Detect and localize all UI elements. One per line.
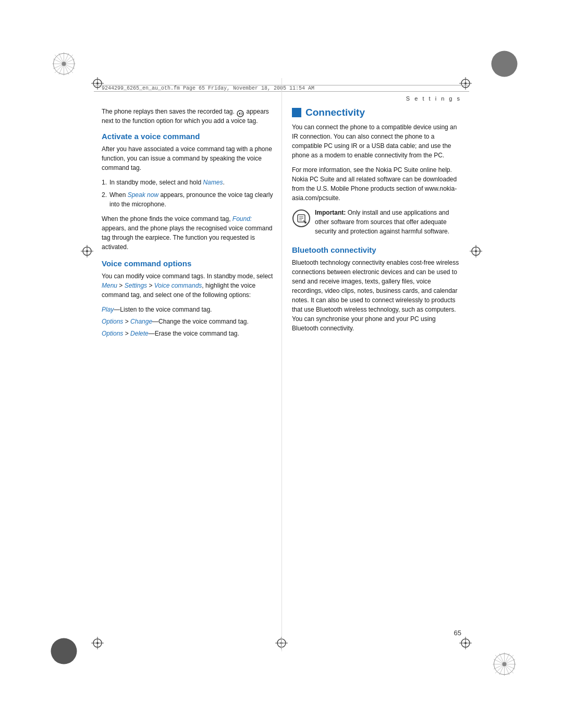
svg-point-56 <box>304 221 307 224</box>
svg-point-27 <box>51 638 77 664</box>
connectivity-title: Connectivity <box>305 107 365 118</box>
activate-heading: Activate a voice command <box>102 132 274 141</box>
bluetooth-body: Bluetooth technology connectivity enable… <box>292 258 461 333</box>
connectivity-heading-block: Connectivity <box>292 107 461 118</box>
file-info: 9244299_6265_en_au_oth.fm Page 65 Friday… <box>102 85 314 91</box>
options-list: Play—Listen to the voice command tag. Op… <box>102 305 274 338</box>
important-icon <box>292 209 311 228</box>
intro-paragraph: The phone replays then saves the recorde… <box>102 107 274 126</box>
vco-body: You can modify voice command tags. In st… <box>102 272 274 300</box>
blue-square <box>292 108 301 117</box>
option-play: Play—Listen to the voice command tag. <box>102 305 274 314</box>
bluetooth-heading: Bluetooth connectivity <box>292 245 461 254</box>
connectivity-body-1: You can connect the phone to a compatibl… <box>292 122 461 160</box>
step-1: 1. In standby mode, select and hold Name… <box>102 178 274 187</box>
found-text: When the phone finds the voice command t… <box>102 214 274 252</box>
option-change: Options > Change—Change the voice comman… <box>102 317 274 326</box>
activate-body: After you have associated a voice comman… <box>102 144 274 172</box>
important-text: Important: Only install and use applicat… <box>315 208 461 236</box>
page-number: 65 <box>454 629 461 637</box>
connectivity-body-2: For more information, see the Nokia PC S… <box>292 165 461 203</box>
section-label: S e t t i n g s <box>406 95 461 102</box>
steps-list: 1. In standby mode, select and hold Name… <box>102 178 274 209</box>
important-box: Important: Only install and use applicat… <box>292 208 461 236</box>
voice-command-options-heading: Voice command options <box>102 259 274 268</box>
option-delete: Options > Delete—Erase the voice command… <box>102 329 274 338</box>
svg-point-18 <box>492 51 518 77</box>
step-2: 2. When Speak now appears, pronounce the… <box>102 190 274 209</box>
